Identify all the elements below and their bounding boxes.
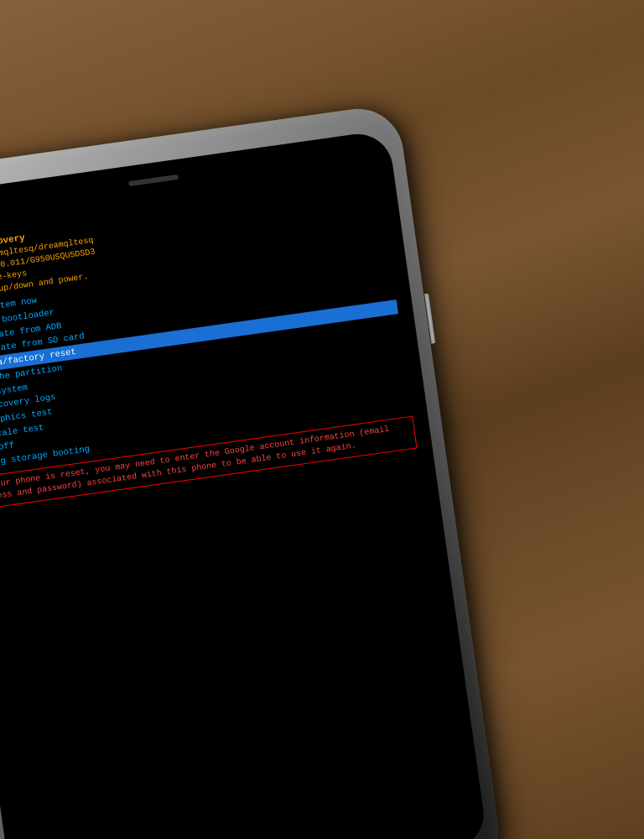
phone-screen: Android Recovery samsung/dreamqltesq/dre… — [0, 172, 474, 839]
phone-bezel: Android Recovery samsung/dreamqltesq/dre… — [0, 130, 488, 839]
recovery-screen-content: Android Recovery samsung/dreamqltesq/dre… — [0, 172, 474, 839]
speaker-grille — [128, 175, 179, 186]
